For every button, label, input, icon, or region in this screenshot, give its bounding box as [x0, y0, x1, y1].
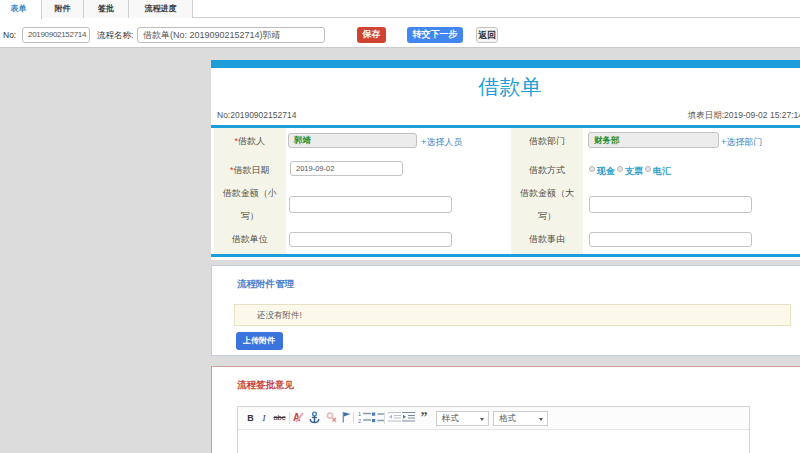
svg-text:1: 1	[358, 411, 361, 417]
svg-text:2: 2	[358, 418, 361, 424]
